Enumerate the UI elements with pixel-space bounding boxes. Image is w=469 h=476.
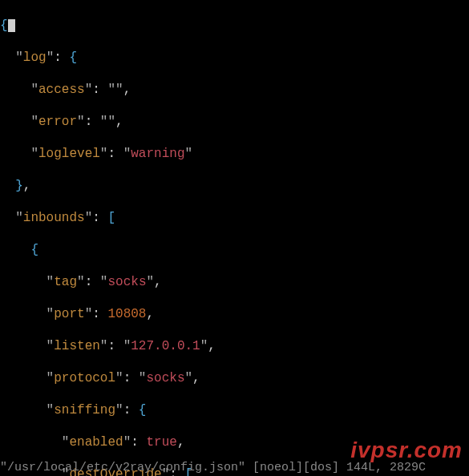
json-key: listen bbox=[54, 339, 100, 353]
brace-open: { bbox=[0, 18, 8, 33]
json-key: error bbox=[38, 115, 77, 129]
cursor bbox=[8, 19, 15, 32]
json-string: socks bbox=[107, 275, 146, 289]
json-key: protocol bbox=[54, 371, 115, 385]
json-string: 127.0.0.1 bbox=[131, 339, 200, 353]
code-editor[interactable]: { "log": { "access": "", "error": "", "l… bbox=[0, 0, 469, 476]
json-key: tag bbox=[54, 275, 77, 289]
json-string: warning bbox=[131, 147, 184, 161]
json-key: inbounds bbox=[23, 211, 85, 225]
json-key: port bbox=[54, 307, 84, 321]
json-bool: true bbox=[146, 435, 176, 450]
json-number: 10808 bbox=[107, 307, 146, 321]
json-key: log bbox=[23, 50, 46, 65]
json-key: loglevel bbox=[38, 147, 100, 161]
json-key: sniffing bbox=[54, 403, 115, 418]
status-line: "/usr/local/etc/v2ray/config.json" [noeo… bbox=[0, 460, 469, 476]
json-key: access bbox=[38, 83, 85, 97]
json-key: enabled bbox=[69, 435, 123, 450]
json-string: socks bbox=[146, 371, 184, 385]
